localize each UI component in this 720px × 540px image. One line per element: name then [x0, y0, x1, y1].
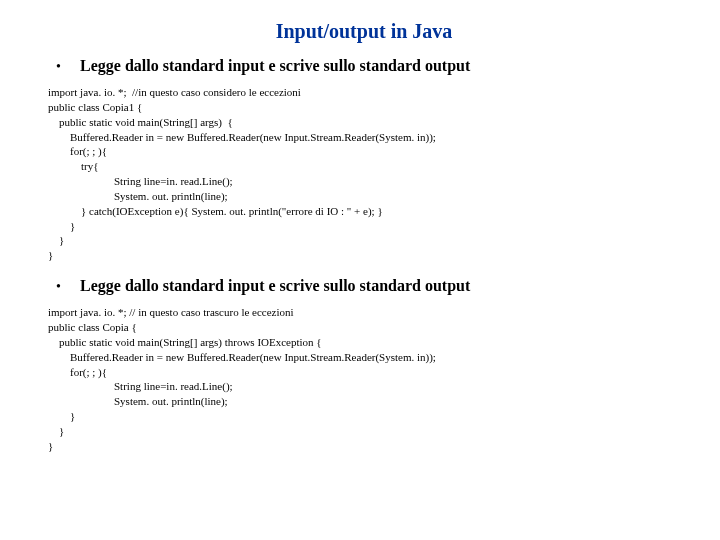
bullet-row-1: • Legge dallo standard input e scrive su…: [56, 57, 680, 75]
code-block-2: import java. io. *; // in questo caso tr…: [48, 305, 680, 453]
bullet-text-2: Legge dallo standard input e scrive sull…: [80, 277, 470, 295]
slide-title: Input/output in Java: [48, 20, 680, 43]
bullet-marker: •: [56, 59, 80, 75]
bullet-marker: •: [56, 279, 80, 295]
bullet-text-1: Legge dallo standard input e scrive sull…: [80, 57, 470, 75]
code-block-1: import java. io. *; //in questo caso con…: [48, 85, 680, 263]
slide-page: Input/output in Java • Legge dallo stand…: [0, 0, 720, 488]
bullet-row-2: • Legge dallo standard input e scrive su…: [56, 277, 680, 295]
